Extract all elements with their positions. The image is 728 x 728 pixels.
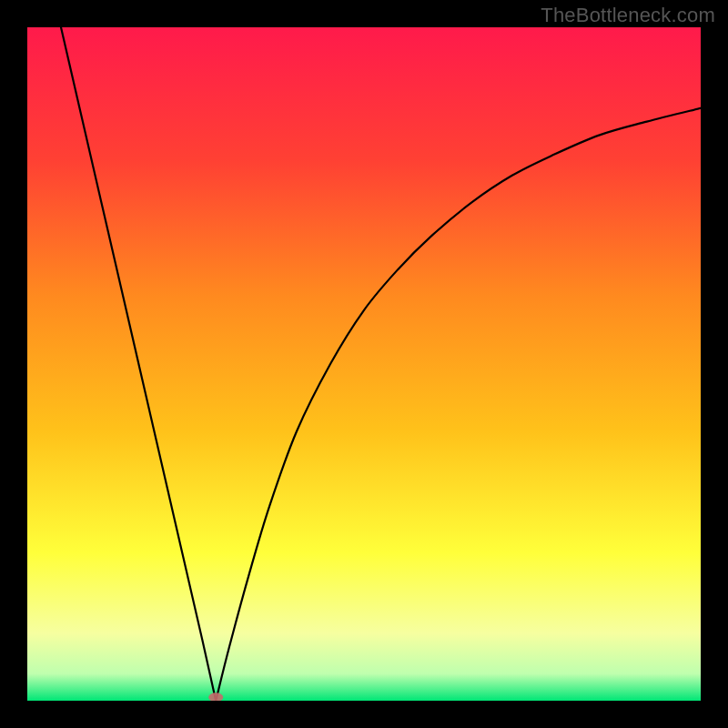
plot-region — [27, 27, 701, 701]
chart-background — [27, 27, 701, 701]
chart-frame: TheBottleneck.com — [0, 0, 728, 728]
watermark-text: TheBottleneck.com — [541, 4, 715, 27]
bottleneck-chart — [27, 27, 701, 701]
